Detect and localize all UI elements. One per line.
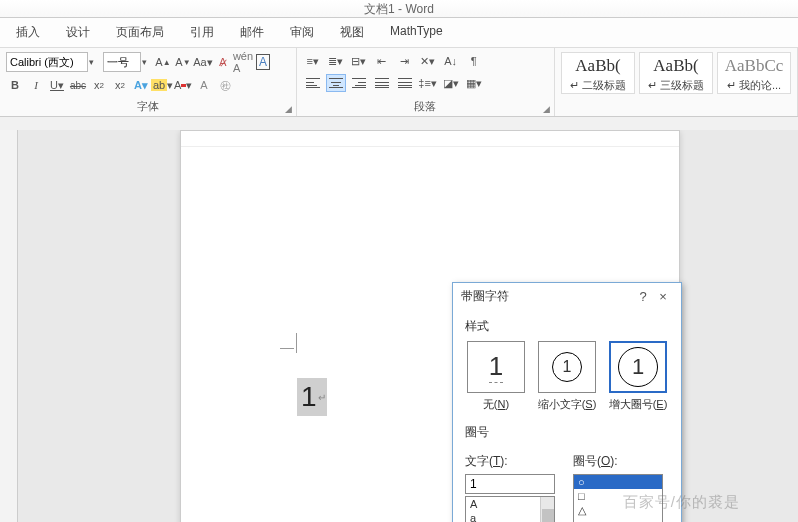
superscript-button[interactable]: x2 [111, 76, 129, 94]
tab-mail[interactable]: 邮件 [236, 22, 268, 43]
document-area: 1↵ 带圈字符 ? × 样式 1 无(N) 1 缩小文字(S) 1 增大圈号(E… [0, 130, 798, 522]
tab-view[interactable]: 视图 [336, 22, 368, 43]
shading-button[interactable]: ◪▾ [441, 74, 461, 92]
enclosed-char-dialog: 带圈字符 ? × 样式 1 无(N) 1 缩小文字(S) 1 增大圈号(E) [452, 282, 682, 522]
align-justify-button[interactable] [372, 74, 392, 92]
text-col-label: 文字(T): [465, 453, 561, 470]
shrink-font-button[interactable]: A▼ [174, 53, 192, 71]
numbering-button[interactable]: ≣▾ [326, 52, 346, 70]
clear-format-button[interactable]: A̷ [214, 53, 232, 71]
window-title: 文档1 - Word [0, 0, 798, 18]
sort-button[interactable]: A↓ [441, 52, 461, 70]
font-color-button[interactable]: A▾ [174, 76, 192, 94]
line-spacing-button[interactable]: ‡≡▾ [418, 74, 438, 92]
italic-button[interactable]: I [27, 76, 45, 94]
text-direction-button[interactable]: ✕▾ [418, 52, 438, 70]
phonetic-button[interactable]: wénA [234, 53, 252, 71]
style-option-enlarge[interactable]: 1 增大圈号(E) [607, 341, 669, 412]
shape-listbox[interactable]: ○ □ △ ◇ [573, 474, 663, 522]
cursor-indicator [280, 348, 316, 358]
grow-font-button[interactable]: A▲ [154, 53, 172, 71]
font-name-selector[interactable]: Calibri (西文) [6, 52, 88, 72]
style-heading3[interactable]: AaBb( ↵ 三级标题 [639, 52, 713, 94]
enclose-section-label: 圈号 [465, 424, 669, 441]
text-input[interactable] [465, 474, 555, 494]
enclosed-char-button[interactable]: ㊓ [216, 76, 234, 94]
dialog-title: 带圈字符 [461, 288, 633, 305]
bullets-button[interactable]: ≡▾ [303, 52, 323, 70]
paragraph-launcher-icon[interactable]: ◢ [543, 104, 550, 114]
shape-col-label: 圈号(O): [573, 453, 669, 470]
ribbon: Calibri (西文)▾ 一号▾ A▲ A▼ Aa▾ A̷ wénA A B … [0, 48, 798, 117]
char-border-button[interactable]: A [254, 53, 272, 71]
tab-review[interactable]: 审阅 [286, 22, 318, 43]
ribbon-tabs: 插入 设计 页面布局 引用 邮件 审阅 视图 MathType [0, 18, 798, 48]
selected-text[interactable]: 1↵ [297, 378, 327, 416]
bold-button[interactable]: B [6, 76, 24, 94]
tab-design[interactable]: 设计 [62, 22, 94, 43]
font-launcher-icon[interactable]: ◢ [285, 104, 292, 114]
text-list-scrollbar[interactable] [540, 497, 554, 522]
show-marks-button[interactable]: ¶ [464, 52, 484, 70]
change-case-button[interactable]: Aa▾ [194, 53, 212, 71]
tab-layout[interactable]: 页面布局 [112, 22, 168, 43]
style-option-none[interactable]: 1 无(N) [465, 341, 527, 412]
subscript-button[interactable]: x2 [90, 76, 108, 94]
align-center-button[interactable] [326, 74, 346, 92]
underline-button[interactable]: U▾ [48, 76, 66, 94]
tab-references[interactable]: 引用 [186, 22, 218, 43]
text-effects-button[interactable]: A▾ [132, 76, 150, 94]
dialog-help-button[interactable]: ? [633, 289, 653, 304]
style-option-shrink[interactable]: 1 缩小文字(S) [536, 341, 598, 412]
highlight-button[interactable]: ab▾ [153, 76, 171, 94]
strike-button[interactable]: abc [69, 76, 87, 94]
horizontal-ruler [181, 131, 679, 147]
style-custom[interactable]: AaBbCc ↵ 我的论... [717, 52, 791, 94]
font-size-selector[interactable]: 一号 [103, 52, 141, 72]
vertical-ruler [0, 130, 18, 522]
text-listbox[interactable]: A a ! 1 [465, 496, 555, 522]
paragraph-group-label: 段落◢ [303, 96, 548, 114]
indent-inc-button[interactable]: ⇥ [395, 52, 415, 70]
indent-dec-button[interactable]: ⇤ [372, 52, 392, 70]
styles-group-label [561, 99, 791, 114]
tab-insert[interactable]: 插入 [12, 22, 44, 43]
tab-mathtype[interactable]: MathType [386, 22, 447, 43]
style-heading2[interactable]: AaBb( ↵ 二级标题 [561, 52, 635, 94]
char-shading-button[interactable]: A [195, 76, 213, 94]
font-group-label: 字体◢ [6, 96, 290, 114]
dialog-close-button[interactable]: × [653, 289, 673, 304]
align-right-button[interactable] [349, 74, 369, 92]
distribute-button[interactable] [395, 74, 415, 92]
borders-button[interactable]: ▦▾ [464, 74, 484, 92]
style-section-label: 样式 [465, 318, 669, 335]
align-left-button[interactable] [303, 74, 323, 92]
multilevel-button[interactable]: ⊟▾ [349, 52, 369, 70]
